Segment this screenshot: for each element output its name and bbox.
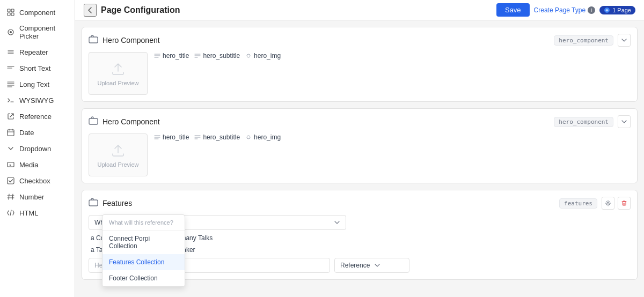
card-body-1: Upload Preview hero_title hero_subtitle … [89, 52, 631, 95]
pages-badge[interactable]: 1 Page [599, 6, 635, 14]
reference-icon [6, 112, 15, 121]
dropdown-menu-header: What will this reference? [103, 215, 185, 231]
upload-label-1: Upload Preview [97, 80, 138, 86]
picker-icon [6, 28, 15, 36]
fields-row-1: hero_title hero_subtitle hero_img [154, 52, 281, 60]
field-hero-title-2: hero_title [154, 133, 189, 141]
svg-point-13 [247, 136, 250, 139]
media-icon [6, 160, 15, 169]
dropdown-icon [6, 144, 15, 153]
sidebar-item-short-text[interactable]: Short Text [0, 60, 75, 76]
hero-card-tag-2: hero_component [554, 117, 613, 127]
wysiwyg-icon [6, 96, 15, 105]
sidebar-item-label: Media [19, 161, 38, 169]
dropdown-features-collection[interactable]: Features Collection [103, 254, 185, 270]
info-icon: i [588, 6, 595, 14]
sidebar-item-html[interactable]: HTML [0, 205, 75, 221]
page-title: Page Configuration [101, 5, 180, 15]
svg-rect-1 [11, 9, 14, 12]
field-hero-title-1: hero_title [154, 52, 189, 60]
sidebar-item-label: Component [19, 9, 55, 17]
hero-card-title-1: Hero Component [103, 36, 550, 44]
svg-rect-12 [89, 118, 98, 124]
sidebar-item-label: Short Text [19, 64, 50, 72]
card-menu-button-1[interactable] [618, 34, 631, 47]
sidebar-item-label: WYSIWYG [19, 96, 54, 105]
sidebar-item-component-picker[interactable]: Component Picker [0, 20, 75, 44]
repeater-icon [6, 48, 15, 56]
sidebar-item-repeater[interactable]: Repeater [0, 44, 75, 60]
sidebar-item-label: Reference [19, 113, 52, 121]
short-text-icon [6, 64, 15, 72]
create-page-type-link[interactable]: Create Page Type i [534, 6, 596, 14]
header-right: Save Create Page Type i 1 Page [496, 3, 635, 17]
svg-rect-6 [8, 130, 14, 136]
sidebar-item-wysiwyg[interactable]: WYSIWYG [0, 92, 75, 108]
date-icon [6, 128, 15, 137]
collection-dropdown-menu: What will this reference? Connect Porpi … [102, 214, 185, 287]
sidebar-item-dropdown[interactable]: Dropdown [0, 140, 75, 157]
card-menu-button-2[interactable] [618, 115, 631, 128]
number-icon [6, 192, 15, 201]
sidebar-item-label: Component Picker [19, 24, 68, 40]
upload-preview-2[interactable]: Upload Preview [89, 133, 148, 176]
dropdown-connect-porpi[interactable]: Connect Porpi Collection [103, 231, 185, 254]
features-header: Features features [89, 197, 631, 210]
field-hero-img-1: hero_img [245, 52, 281, 60]
save-button[interactable]: Save [496, 3, 530, 17]
sidebar-item-date[interactable]: Date [0, 124, 75, 140]
header-left: Page Configuration [84, 4, 490, 17]
svg-point-11 [247, 54, 250, 57]
sidebar-item-number[interactable]: Number [0, 189, 75, 205]
svg-rect-10 [89, 37, 98, 43]
card-body-2: Upload Preview hero_title hero_subtitle … [89, 133, 631, 176]
field-hero-img-2: hero_img [245, 133, 281, 141]
dropdown-footer-collection[interactable]: Footer Collection [103, 270, 185, 286]
hero-card-icon-2 [89, 116, 98, 128]
sidebar-item-component[interactable]: Component [0, 4, 75, 20]
svg-rect-8 [8, 177, 14, 184]
features-tag: features [559, 198, 597, 209]
sidebar-item-media[interactable]: Media [0, 157, 75, 173]
page-header: Page Configuration Save Create Page Type… [75, 0, 644, 20]
svg-rect-16 [623, 202, 626, 205]
features-settings-button[interactable] [602, 197, 614, 210]
hero-component-card-1: Hero Component hero_component Upload Pre… [82, 27, 638, 102]
component-icon [6, 8, 15, 17]
svg-rect-2 [8, 13, 10, 16]
card-header-2: Hero Component hero_component [89, 115, 631, 128]
features-title: Features [103, 199, 555, 207]
svg-rect-3 [11, 13, 14, 16]
svg-rect-7 [8, 162, 14, 167]
upload-label-2: Upload Preview [97, 161, 138, 168]
upload-preview-1[interactable]: Upload Preview [89, 52, 148, 95]
html-icon [6, 209, 15, 217]
sidebar-item-checkbox[interactable]: Checkbox [0, 173, 75, 189]
hero-card-tag-1: hero_component [554, 35, 613, 46]
features-delete-button[interactable] [618, 197, 631, 210]
sidebar-item-label: Date [19, 129, 34, 137]
checkbox-icon [6, 176, 15, 185]
sidebar-item-label: HTML [19, 209, 38, 217]
sidebar: Component Component Picker Repeater Shor… [0, 0, 75, 297]
sidebar-item-reference[interactable]: Reference [0, 108, 75, 124]
long-text-icon [6, 80, 15, 88]
fields-row-2: hero_title hero_subtitle hero_img [154, 133, 281, 141]
sidebar-item-long-text[interactable]: Long Text [0, 76, 75, 92]
hero-card-icon-1 [89, 35, 98, 46]
back-button[interactable] [84, 4, 97, 17]
svg-point-15 [607, 202, 609, 204]
svg-point-5 [10, 31, 12, 33]
features-card-icon [89, 198, 98, 209]
sidebar-item-label: Long Text [19, 80, 49, 88]
field-hero-subtitle-1: hero_subtitle [194, 52, 240, 60]
sidebar-item-label: Number [19, 193, 44, 201]
sidebar-item-label: Checkbox [19, 177, 50, 185]
card-actions-2 [618, 115, 631, 128]
field-hero-subtitle-2: hero_subtitle [194, 133, 240, 141]
hero-component-card-2: Hero Component hero_component Upload Pre… [82, 108, 638, 183]
reference-select[interactable]: Reference [334, 258, 409, 273]
sidebar-item-label: Repeater [19, 48, 48, 56]
sidebar-item-label: Dropdown [19, 145, 51, 153]
svg-rect-0 [8, 9, 10, 12]
